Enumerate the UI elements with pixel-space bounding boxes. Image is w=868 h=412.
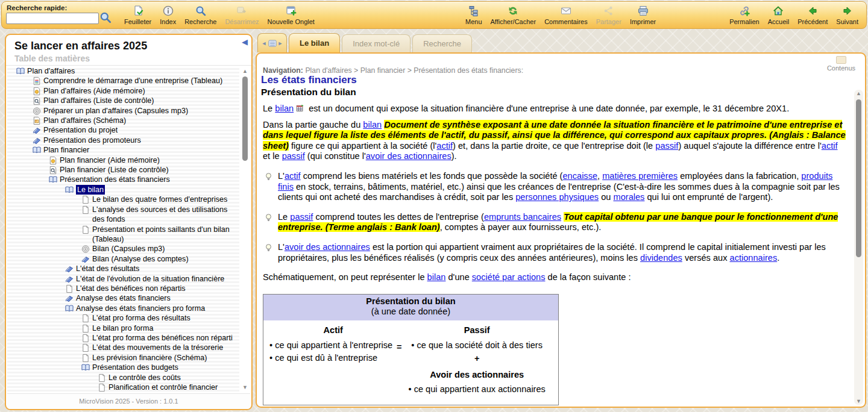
tree-item-presentation-des-budgets[interactable]: Présentation des budgets	[7, 363, 239, 372]
tree-item-bilan-capsules-mp3[interactable]: Bilan (Capsules mp3)	[7, 244, 239, 254]
tree-item-label: Bilan (Analyse des comptes)	[92, 254, 189, 264]
content-link[interactable]: passif	[290, 212, 313, 222]
tab-scroll-left-icon[interactable]: ◄	[262, 40, 267, 46]
menu-button[interactable]: Menu	[461, 4, 486, 25]
tree-item-preparer-un-plan-d-affaires-capsules-mp3[interactable]: Préparer un plan d'affaires (Capsules mp…	[7, 106, 239, 116]
tree-item-plan-d-affaires[interactable]: Plan d'affaires	[7, 66, 239, 76]
tree-item-analyse-des-etats-financiers[interactable]: Analyse des états financiers	[7, 293, 239, 303]
recherche-button[interactable]: Recherche	[180, 4, 221, 25]
commentaires-button[interactable]: Commentaires	[540, 4, 592, 25]
tree-item-label: Présentation du projet	[43, 125, 118, 135]
tree-item-l-etat-des-benefices-non-repartis[interactable]: L'état des bénéfices non répartis	[7, 284, 239, 293]
suivant-button[interactable]: Suivant	[832, 4, 863, 25]
text-run: est un document qui expose la situation …	[306, 104, 789, 113]
feuilleter-button[interactable]: Feuilleter	[120, 4, 156, 25]
content-scrollbar[interactable]: ▲ ▼	[854, 90, 863, 405]
tree-item-planification-et-controle-financier[interactable]: Planification et contrôle financier	[7, 382, 239, 392]
content-link[interactable]: actif	[436, 141, 453, 151]
content-link[interactable]: actif	[285, 171, 301, 181]
tree-item-label: Le contrôle des coûts	[108, 373, 181, 382]
tree-item-l-analyse-des-sources-et-des-utilisations-des-fonds[interactable]: L'analyse des sources et des utilisation…	[7, 205, 239, 225]
afficher-cacher-button[interactable]: Afficher/Cacher	[486, 4, 541, 25]
tab-scroll-control[interactable]: ◄ ►	[257, 33, 287, 52]
contents-button[interactable]: Contenus	[827, 56, 855, 72]
content-link[interactable]: encaisse	[562, 171, 597, 181]
content-link[interactable]: actif	[822, 141, 838, 151]
content-link[interactable]: personnes physiques	[515, 192, 599, 202]
tree-item-analyse-des-etats-financiers-pro-forma[interactable]: Analyse des états financiers pro forma	[7, 304, 239, 313]
paragraph: Schématiquement, on peut représenter le …	[263, 272, 847, 283]
permalien-button[interactable]: Permalien	[725, 4, 764, 25]
tree-item-l-etat-des-mouvements-de-la-tresorerie[interactable]: L'état des mouvements de la trésorerie	[7, 343, 239, 352]
precedent-button[interactable]: Précédent	[793, 4, 832, 25]
tree-item-l-etat-pro-forma-des-resultats[interactable]: L'état pro forma des résultats	[7, 313, 239, 323]
tab-list-icon[interactable]	[268, 40, 277, 47]
scrollbar-thumb[interactable]	[856, 99, 861, 257]
text-run: ).	[451, 151, 457, 161]
content-link[interactable]: avoir des actionnaires	[285, 242, 370, 252]
index-button[interactable]: Index	[156, 4, 180, 25]
tree-item-presentation-des-promoteurs[interactable]: Présentation des promoteurs	[7, 136, 239, 145]
tree-item-les-prevision-financiere-schema[interactable]: Les prévision financière (Schéma)	[7, 353, 239, 363]
content-link[interactable]: avoir des actionnaires	[366, 151, 451, 161]
tab-scroll-right-icon[interactable]: ►	[278, 40, 283, 46]
content-link[interactable]: actionnaires	[730, 253, 778, 263]
tree-item-l-etat-pro-forma-des-benefices-non-reparti[interactable]: L'état pro forma des bénéfices non répar…	[7, 333, 239, 343]
books-icon	[64, 294, 74, 303]
tree-item-label: L'analyse des sources et des utilisation…	[92, 205, 239, 225]
scrollbar-thumb[interactable]	[242, 76, 248, 161]
content-link[interactable]: bilan	[275, 104, 294, 113]
tree-item-le-bilan-des-quatre-formes-d-entreprises[interactable]: Le bilan des quatre formes d'entreprises	[7, 195, 239, 204]
tree-item-plan-d-affaires-aide-memoire[interactable]: Plan d'affaires (Aide mémoire)	[7, 86, 239, 96]
scroll-down-icon[interactable]: ▼	[854, 398, 863, 405]
sidebar-scrollbar[interactable]: ▲ ▼	[241, 67, 250, 391]
collapse-sidebar-icon[interactable]: ◀	[242, 37, 248, 46]
tree-item-presentation-et-points-saillants-d-un-bilan-tableau[interactable]: Présentation et points saillants d'un bi…	[7, 225, 239, 245]
tree-item-presentation-des-etats-financiers[interactable]: Présentation des états financiers	[7, 175, 239, 184]
tree-item-label: Planification et contrôle financier	[108, 382, 218, 392]
tree-item-plan-financier[interactable]: Plan financier	[7, 145, 239, 155]
tree-item-comprendre-le-demarrage-d-une-entreprise-tableau[interactable]: Comprendre le démarrage d'une entreprise…	[7, 76, 239, 86]
tree-item-label: Présentation des états financiers	[60, 175, 170, 184]
bulb-icon	[265, 172, 272, 181]
content-link[interactable]: bilan	[427, 272, 446, 282]
nouvelle-onglet-button[interactable]: Nouvelle Onglet	[263, 4, 319, 25]
tab-index-mot-cle[interactable]: Index mot-clé	[342, 34, 410, 52]
search-icon[interactable]	[99, 11, 112, 24]
tree-item-le-bilan-pro-forma[interactable]: Le bilan pro forma	[7, 323, 239, 333]
content-link[interactable]: morales	[614, 192, 645, 202]
tree-item-presentation-du-projet[interactable]: Présentation du projet	[7, 125, 239, 135]
content-link[interactable]: bilan	[363, 120, 382, 130]
scroll-down-icon[interactable]: ▼	[241, 384, 250, 391]
sidebar-subtitle: Table des matières	[14, 54, 90, 63]
search-input[interactable]	[6, 13, 99, 24]
tree-item-bilan-analyse-des-comptes[interactable]: Bilan (Analyse des comptes)	[7, 254, 239, 264]
tree-item-plan-d-affaires-liste-de-controle[interactable]: Plan d'affaires (Liste de contrôle)	[7, 96, 239, 105]
content-link[interactable]: passif	[282, 151, 305, 161]
tree-item-plan-financier-liste-de-controle[interactable]: Plan financier (Liste de contrôle)	[7, 165, 239, 175]
tree-item-l-etat-de-l-evolution-de-la-situation-financiere[interactable]: L'état de l'évolution de la situation fi…	[7, 274, 239, 284]
tab-le-bilan[interactable]: Le bilan	[289, 33, 340, 52]
scroll-up-icon[interactable]: ▲	[241, 67, 250, 75]
tree-item-plan-financier-aide-memoire[interactable]: Plan financier (Aide mémoire)	[7, 155, 239, 165]
table-cell: ce qui appartient à l'entreprise	[269, 340, 399, 351]
scroll-up-icon[interactable]: ▲	[854, 90, 863, 97]
avoir-header: Avoir des actionnaires	[399, 370, 555, 381]
content-link[interactable]: société par actions	[472, 272, 546, 282]
content-link[interactable]: matières premières	[602, 171, 678, 181]
content-link[interactable]: emprunts bancaires	[484, 212, 561, 222]
content-link[interactable]: passif	[655, 141, 678, 151]
tree-item-le-bilan[interactable]: Le bilan	[7, 185, 239, 195]
book-icon	[64, 304, 74, 313]
contents-icon	[836, 56, 846, 64]
tree-item-l-etat-des-resultats[interactable]: L'état des résultats	[7, 264, 239, 273]
sidebar-toc-panel: Se lancer en affaires 2025 Table des mat…	[5, 34, 253, 410]
accueil-button[interactable]: Accueil	[764, 4, 793, 25]
imprimer-button[interactable]: Imprimer	[626, 4, 660, 25]
tree-item-plan-d-affaires-schema[interactable]: Plan d'affaires (Schéma)	[7, 116, 239, 125]
content-link[interactable]: dividendes	[640, 253, 682, 263]
tree-item-le-controle-des-couts[interactable]: Le contrôle des coûts	[7, 373, 239, 382]
tab-recherche[interactable]: Recherche	[412, 34, 472, 52]
toolbar-button-label: Recherche	[184, 18, 216, 25]
tree-item-label: Présentation des budgets	[92, 363, 178, 372]
